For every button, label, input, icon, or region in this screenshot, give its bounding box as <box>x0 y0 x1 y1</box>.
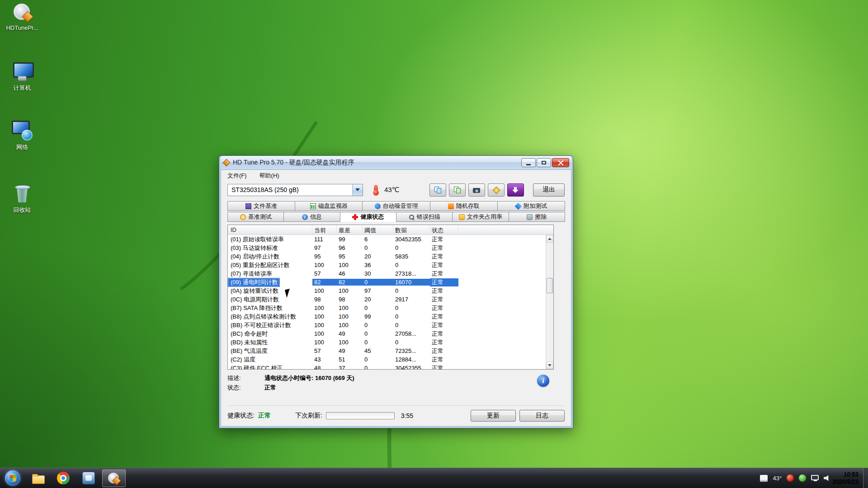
table-row[interactable]: (07) 寻道错误率 57 46 30 27318... 正常 <box>228 269 546 278</box>
tab-erase[interactable]: 擦除 <box>509 212 565 222</box>
scrollbar-thumb[interactable] <box>547 278 553 293</box>
menu-help[interactable]: 帮助(H) <box>258 171 281 181</box>
tab-benchmark[interactable]: 基准测试 <box>227 212 284 222</box>
copy-image-button[interactable] <box>449 183 466 197</box>
table-row[interactable]: (B7) SATA 降挡计数 100 100 0 0 正常 <box>228 304 546 312</box>
desktop-icon-network[interactable]: 网络 <box>3 119 42 151</box>
tab-icon <box>302 214 308 220</box>
input-indicator-icon[interactable] <box>760 475 768 482</box>
column-header-current[interactable]: 当前 <box>312 225 337 235</box>
drive-select-value: ST3250318AS (250 gB) <box>228 186 352 193</box>
log-button[interactable]: 日志 <box>519 410 565 422</box>
copy-text-button[interactable] <box>429 183 446 197</box>
info-icon[interactable] <box>537 375 549 387</box>
table-row[interactable]: (C2) 温度 43 51 0 12884... 正常 <box>228 355 546 364</box>
refresh-label: 下次刷新: <box>295 412 322 420</box>
column-header-id[interactable]: ID <box>228 225 312 235</box>
start-button[interactable] <box>0 468 25 488</box>
table-row[interactable]: (05) 重新分配扇区计数 100 100 36 0 正常 <box>228 261 546 269</box>
tab-health[interactable]: 健康状态 <box>340 212 396 222</box>
maximize-button[interactable] <box>537 158 551 167</box>
desktop-icon-hdtune[interactable]: HDTunePr... <box>3 0 42 31</box>
tab-error-scan[interactable]: 错误扫描 <box>396 212 453 222</box>
health-label: 健康状态: <box>227 412 255 420</box>
taskbar: 43° 10:53 2020/5/22 <box>0 468 868 488</box>
clock-time: 10:53 <box>832 471 859 478</box>
toolbar-button-icon <box>434 187 442 193</box>
table-row[interactable]: (04) 启动/停止计数 95 95 20 5835 正常 <box>228 252 546 261</box>
exit-button[interactable]: 退出 <box>533 183 565 197</box>
tab-icon <box>527 214 533 220</box>
options-button[interactable] <box>488 183 505 197</box>
chevron-down-icon[interactable] <box>352 184 363 196</box>
table-body: (01) 原始读取错误率 111 99 6 30452355 正常 (03) 马… <box>228 235 546 369</box>
table-row[interactable]: (BD) 未知属性 100 100 0 0 正常 <box>228 338 546 347</box>
tab-label: 自动噪音管理 <box>383 202 418 210</box>
window-title: HD Tune Pro 5.70 - 硬盘/固态硬盘实用程序 <box>233 159 354 167</box>
tab-icon <box>515 202 522 210</box>
menu-file[interactable]: 文件(F) <box>226 171 249 181</box>
table-row[interactable]: (BB) 不可校正错误计数 100 100 0 0 正常 <box>228 321 546 329</box>
safety-tray-icon[interactable] <box>799 474 806 482</box>
tab-info[interactable]: 信息 <box>283 212 340 222</box>
tab-label: 文件基准 <box>254 202 277 210</box>
clock-date: 2020/5/22 <box>832 478 859 485</box>
table-row[interactable]: (03) 马达旋转标准 97 96 0 0 正常 <box>228 244 546 252</box>
taskbar-clock[interactable]: 10:53 2020/5/22 <box>830 471 863 485</box>
tab-icon <box>409 214 415 220</box>
update-download-button[interactable] <box>507 183 524 197</box>
table-row[interactable]: (0A) 旋转重试计数 100 100 97 0 正常 <box>228 286 546 295</box>
update-button[interactable]: 更新 <box>471 410 516 422</box>
close-button[interactable] <box>552 158 569 167</box>
window-titlebar[interactable]: HD Tune Pro 5.70 - 硬盘/固态硬盘实用程序 <box>221 156 571 169</box>
taskbar-button-icon <box>82 472 95 484</box>
desktop-icon-computer[interactable]: 计算机 <box>3 60 42 92</box>
tab-icon <box>240 214 246 220</box>
tab-row-2: 基准测试 信息 健康状态 错误扫描 <box>221 212 571 222</box>
scroll-up-icon[interactable] <box>546 235 553 243</box>
tab-icon <box>352 214 358 220</box>
minimize-button[interactable] <box>521 158 536 167</box>
tab-file-benchmark[interactable]: 文件基准 <box>227 201 295 211</box>
minimize-icon <box>526 164 531 165</box>
column-header-worst[interactable]: 最差 <box>337 225 363 235</box>
column-header-status[interactable]: 状态 <box>430 225 458 235</box>
show-desktop-button[interactable] <box>863 468 868 488</box>
tab-random-access[interactable]: 随机存取 <box>430 201 498 211</box>
taskbar-hdtune-button[interactable] <box>102 469 126 487</box>
tab-aam[interactable]: 自动噪音管理 <box>362 201 430 211</box>
table-row[interactable]: (0C) 电源周期计数 98 98 20 2917 正常 <box>228 295 546 304</box>
table-row[interactable]: (B8) 点到点错误检测计数 100 100 99 0 正常 <box>228 312 546 321</box>
table-row[interactable]: (01) 原始读取错误率 111 99 6 30452355 正常 <box>228 235 546 244</box>
column-header-threshold[interactable]: 阈值 <box>363 225 393 235</box>
vertical-scrollbar[interactable] <box>546 235 553 369</box>
desktop-icon-image <box>11 0 33 23</box>
screenshot-button[interactable] <box>468 183 485 197</box>
tab-disk-monitor[interactable]: 磁盘监视器 <box>295 201 363 211</box>
column-header-data[interactable]: 数据 <box>393 225 430 235</box>
table-row[interactable]: (C3) 硬件 ECC 校正 48 37 0 30452355 正常 <box>228 364 546 369</box>
hdtune-window: HD Tune Pro 5.70 - 硬盘/固态硬盘实用程序 文件(F) 帮助(… <box>219 155 573 428</box>
table-row[interactable]: (09) 通电时间计数 82 82 0 16070 正常 <box>228 278 546 286</box>
table-row[interactable]: (BC) 命令超时 100 49 0 27058... 正常 <box>228 329 546 338</box>
tray-temperature[interactable]: 43° <box>773 475 782 482</box>
taskbar-app-button[interactable] <box>77 469 100 487</box>
tab-extra-tests[interactable]: 附加测试 <box>497 201 565 211</box>
tab-folder-usage[interactable]: 文件夹占用率 <box>452 212 509 222</box>
desktop-icon-recycle-bin[interactable]: 回收站 <box>3 182 42 214</box>
antivirus-tray-icon[interactable] <box>787 474 794 482</box>
scroll-down-icon[interactable] <box>546 361 553 369</box>
health-status-badge: 正常 <box>258 412 271 420</box>
tab-label: 健康状态 <box>360 213 384 221</box>
desktop-icon-label: HDTunePr... <box>3 24 42 31</box>
table-row[interactable]: (BE) 气流温度 57 49 45 72325... 正常 <box>228 347 546 355</box>
display-tray-icon[interactable] <box>811 476 819 480</box>
toolbar-button-icon <box>473 187 481 193</box>
taskbar-chrome-button[interactable] <box>52 469 75 487</box>
hdtune-app-icon <box>223 159 230 166</box>
drive-select[interactable]: ST3250318AS (250 gB) <box>227 184 363 196</box>
taskbar-explorer-button[interactable] <box>26 469 50 487</box>
tab-icon <box>375 203 381 209</box>
tab-label: 擦除 <box>535 213 547 221</box>
volume-icon[interactable] <box>824 475 830 481</box>
